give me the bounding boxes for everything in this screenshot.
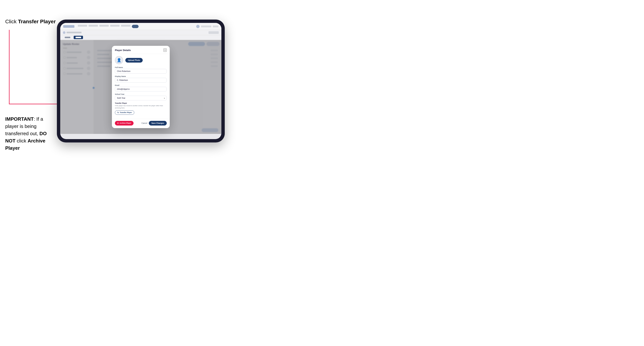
- archive-icon: ⬇: [117, 122, 118, 124]
- breadcrumb: [66, 32, 82, 33]
- school-year-label: School Year: [115, 93, 167, 95]
- full-name-input[interactable]: [115, 69, 167, 74]
- nav-item-staff[interactable]: [121, 25, 130, 27]
- tab-alumni-label: [76, 37, 81, 38]
- modal-header: Player Details ×: [112, 46, 170, 54]
- tablet-device: Update Roster Team: [57, 19, 225, 143]
- footer-right: Cancel Save Changes: [141, 121, 167, 126]
- nav-user-name: [201, 25, 211, 27]
- modal-overlay: Player Details × 👤 Upload Photo: [60, 40, 222, 134]
- transfer-btn-label: Transfer Player: [120, 112, 132, 113]
- sub-header-icon: [63, 31, 66, 34]
- main-content: Update Roster Team: [60, 40, 222, 134]
- archive-btn-label: Archive Player: [120, 122, 131, 124]
- modal-title: Player Details: [115, 49, 131, 52]
- orders-button[interactable]: [208, 31, 219, 34]
- modal-footer: ⬇ Archive Player Cancel Save Changes: [112, 119, 170, 128]
- player-details-modal: Player Details × 👤 Upload Photo: [112, 46, 170, 128]
- save-changes-button[interactable]: Save Changes: [149, 121, 167, 126]
- full-name-group: Full Name: [115, 66, 167, 74]
- nav-settings: [213, 25, 218, 27]
- display-name-input[interactable]: [115, 78, 167, 82]
- nav-right: [196, 25, 218, 28]
- avatar: 👤: [115, 56, 123, 64]
- display-name-group: Display Name: [115, 75, 167, 82]
- modal-body: 👤 Upload Photo Full Name Display Name: [112, 54, 170, 119]
- school-year-group: School Year First Year Second Year Third…: [115, 93, 167, 100]
- nav-item-teams[interactable]: [100, 25, 109, 27]
- instruction-click-target: Transfer Player: [18, 19, 56, 24]
- tab-roster[interactable]: [63, 36, 72, 39]
- nav-item-roster[interactable]: [132, 25, 138, 28]
- avatar-icon: 👤: [117, 58, 122, 62]
- full-name-label: Full Name: [115, 66, 167, 68]
- avatar-section: 👤 Upload Photo: [115, 56, 167, 64]
- tab-bar: [60, 35, 222, 40]
- cancel-button[interactable]: Cancel: [141, 122, 147, 124]
- email-input[interactable]: [115, 87, 167, 91]
- nav-items: [78, 25, 138, 28]
- transfer-player-button[interactable]: ↻ Transfer Player: [115, 110, 134, 115]
- nav-item-dashboard[interactable]: [78, 25, 87, 27]
- tablet-screen: Update Roster Team: [60, 23, 222, 139]
- transfer-description: If this player has moved to another scho…: [115, 105, 167, 109]
- do-not-text: click: [16, 138, 28, 144]
- modal-close-button[interactable]: ×: [164, 48, 167, 52]
- display-name-label: Display Name: [115, 75, 167, 77]
- sub-header: [60, 30, 222, 35]
- school-year-select[interactable]: First Year Second Year Third Year Fourth…: [115, 96, 167, 100]
- important-label: IMPORTANT: [5, 116, 34, 122]
- app-header: [60, 23, 222, 30]
- important-note: IMPORTANT: If a player is being transfer…: [5, 115, 58, 152]
- nav-item-schedule[interactable]: [110, 25, 120, 27]
- nav-avatar: [196, 25, 200, 28]
- email-group: Email: [115, 84, 167, 91]
- app-logo: [63, 25, 74, 28]
- instruction-area: Click Transfer Player: [5, 19, 58, 24]
- email-label: Email: [115, 84, 167, 86]
- arrow-vertical-line: [9, 30, 10, 104]
- upload-photo-button[interactable]: Upload Photo: [125, 58, 143, 63]
- school-year-select-wrapper: First Year Second Year Third Year Fourth…: [115, 96, 167, 100]
- transfer-section-title: Transfer Player: [115, 102, 167, 104]
- transfer-icon: ↻: [117, 112, 119, 114]
- archive-player-button[interactable]: ⬇ Archive Player: [115, 121, 134, 126]
- tab-alumni[interactable]: [74, 36, 83, 39]
- tab-roster-label: [65, 37, 70, 38]
- instruction-text: Click Transfer Player: [5, 19, 58, 24]
- nav-item-tournaments[interactable]: [88, 25, 98, 27]
- transfer-section: Transfer Player If this player has moved…: [115, 102, 167, 115]
